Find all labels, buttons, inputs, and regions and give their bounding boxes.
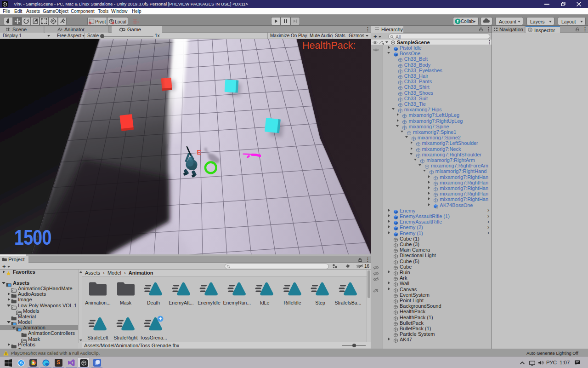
svg-text:S: S [20, 361, 23, 365]
svg-text:E: E [197, 149, 201, 156]
svg-text:HealthPack:: HealthPack: [302, 40, 356, 52]
svg-text:1500: 1500 [14, 225, 51, 249]
